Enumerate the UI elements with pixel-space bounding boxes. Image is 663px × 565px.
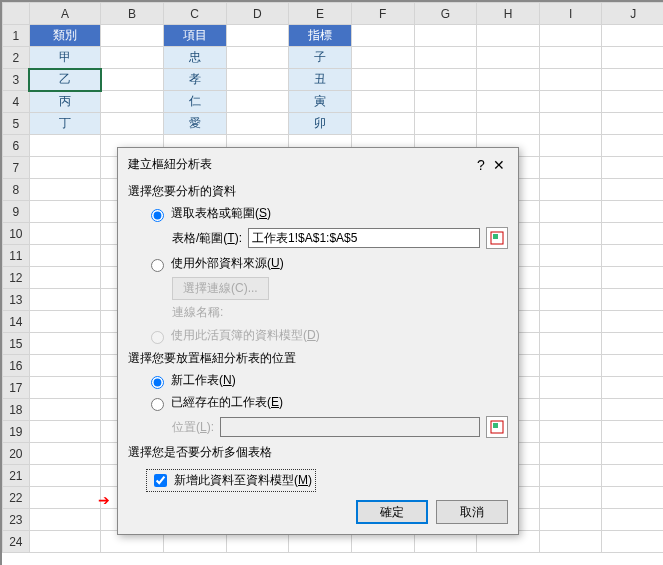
cell-J18[interactable] bbox=[602, 399, 663, 421]
cell-A7[interactable] bbox=[29, 157, 101, 179]
cell-I23[interactable] bbox=[539, 509, 602, 531]
cell-E2[interactable]: 子 bbox=[289, 47, 352, 69]
cell-F3[interactable] bbox=[351, 69, 414, 91]
cell-A18[interactable] bbox=[29, 399, 101, 421]
cell-J14[interactable] bbox=[602, 311, 663, 333]
cell-I20[interactable] bbox=[539, 443, 602, 465]
col-header-F[interactable]: F bbox=[351, 3, 414, 25]
cell-H2[interactable] bbox=[477, 47, 540, 69]
col-header-I[interactable]: I bbox=[539, 3, 602, 25]
cell-I13[interactable] bbox=[539, 289, 602, 311]
cell-I24[interactable] bbox=[539, 531, 602, 553]
cell-J23[interactable] bbox=[602, 509, 663, 531]
cell-B2[interactable] bbox=[101, 47, 164, 69]
cell-J21[interactable] bbox=[602, 465, 663, 487]
cell-J19[interactable] bbox=[602, 421, 663, 443]
row-header-13[interactable]: 13 bbox=[3, 289, 30, 311]
radio-existing-sheet[interactable] bbox=[151, 398, 164, 411]
cell-A17[interactable] bbox=[29, 377, 101, 399]
radio-select-range[interactable] bbox=[151, 209, 164, 222]
cell-A6[interactable] bbox=[29, 135, 101, 157]
cell-J13[interactable] bbox=[602, 289, 663, 311]
cell-G5[interactable] bbox=[414, 113, 477, 135]
cell-J20[interactable] bbox=[602, 443, 663, 465]
cell-A16[interactable] bbox=[29, 355, 101, 377]
cell-I11[interactable] bbox=[539, 245, 602, 267]
row-header-3[interactable]: 3 bbox=[3, 69, 30, 91]
col-header-J[interactable]: J bbox=[602, 3, 663, 25]
cell-A11[interactable] bbox=[29, 245, 101, 267]
cell-A14[interactable] bbox=[29, 311, 101, 333]
cell-A21[interactable] bbox=[29, 465, 101, 487]
cell-A15[interactable] bbox=[29, 333, 101, 355]
cell-C2[interactable]: 忠 bbox=[163, 47, 226, 69]
row-header-19[interactable]: 19 bbox=[3, 421, 30, 443]
row-header-11[interactable]: 11 bbox=[3, 245, 30, 267]
cell-F1[interactable] bbox=[351, 25, 414, 47]
row-header-21[interactable]: 21 bbox=[3, 465, 30, 487]
cell-J6[interactable] bbox=[602, 135, 663, 157]
cell-F4[interactable] bbox=[351, 91, 414, 113]
cell-A2[interactable]: 甲 bbox=[29, 47, 101, 69]
ok-button[interactable]: 確定 bbox=[356, 500, 428, 524]
row-header-20[interactable]: 20 bbox=[3, 443, 30, 465]
cell-G4[interactable] bbox=[414, 91, 477, 113]
cell-J7[interactable] bbox=[602, 157, 663, 179]
corner-cell[interactable] bbox=[3, 3, 30, 25]
cell-I19[interactable] bbox=[539, 421, 602, 443]
help-icon[interactable]: ? bbox=[472, 157, 490, 173]
range-input[interactable] bbox=[248, 228, 480, 248]
cell-J24[interactable] bbox=[602, 531, 663, 553]
cell-J17[interactable] bbox=[602, 377, 663, 399]
cell-J16[interactable] bbox=[602, 355, 663, 377]
cell-A23[interactable] bbox=[29, 509, 101, 531]
cell-J3[interactable] bbox=[602, 69, 663, 91]
cell-J9[interactable] bbox=[602, 201, 663, 223]
cell-D5[interactable] bbox=[226, 113, 289, 135]
cell-I10[interactable] bbox=[539, 223, 602, 245]
cell-I12[interactable] bbox=[539, 267, 602, 289]
row-header-6[interactable]: 6 bbox=[3, 135, 30, 157]
row-header-7[interactable]: 7 bbox=[3, 157, 30, 179]
cell-A10[interactable] bbox=[29, 223, 101, 245]
cell-F2[interactable] bbox=[351, 47, 414, 69]
row-header-14[interactable]: 14 bbox=[3, 311, 30, 333]
cell-I22[interactable] bbox=[539, 487, 602, 509]
cell-H3[interactable] bbox=[477, 69, 540, 91]
cell-H4[interactable] bbox=[477, 91, 540, 113]
cell-C5[interactable]: 愛 bbox=[163, 113, 226, 135]
cell-J1[interactable] bbox=[602, 25, 663, 47]
row-header-1[interactable]: 1 bbox=[3, 25, 30, 47]
cell-I16[interactable] bbox=[539, 355, 602, 377]
cell-A19[interactable] bbox=[29, 421, 101, 443]
cell-I21[interactable] bbox=[539, 465, 602, 487]
cancel-button[interactable]: 取消 bbox=[436, 500, 508, 524]
cell-I18[interactable] bbox=[539, 399, 602, 421]
cell-H1[interactable] bbox=[477, 25, 540, 47]
row-header-23[interactable]: 23 bbox=[3, 509, 30, 531]
cell-I5[interactable] bbox=[539, 113, 602, 135]
cell-J8[interactable] bbox=[602, 179, 663, 201]
row-header-22[interactable]: 22 bbox=[3, 487, 30, 509]
row-header-10[interactable]: 10 bbox=[3, 223, 30, 245]
cell-J5[interactable] bbox=[602, 113, 663, 135]
cell-I17[interactable] bbox=[539, 377, 602, 399]
cell-G3[interactable] bbox=[414, 69, 477, 91]
cell-H5[interactable] bbox=[477, 113, 540, 135]
cell-E3[interactable]: 丑 bbox=[289, 69, 352, 91]
cell-E5[interactable]: 卯 bbox=[289, 113, 352, 135]
cell-J10[interactable] bbox=[602, 223, 663, 245]
col-header-C[interactable]: C bbox=[163, 3, 226, 25]
cell-F5[interactable] bbox=[351, 113, 414, 135]
row-header-24[interactable]: 24 bbox=[3, 531, 30, 553]
col-header-D[interactable]: D bbox=[226, 3, 289, 25]
cell-C1[interactable]: 項目 bbox=[163, 25, 226, 47]
cell-D2[interactable] bbox=[226, 47, 289, 69]
cell-J2[interactable] bbox=[602, 47, 663, 69]
cell-I15[interactable] bbox=[539, 333, 602, 355]
cell-I6[interactable] bbox=[539, 135, 602, 157]
cell-A12[interactable] bbox=[29, 267, 101, 289]
close-icon[interactable]: ✕ bbox=[490, 157, 508, 173]
col-header-E[interactable]: E bbox=[289, 3, 352, 25]
cell-B1[interactable] bbox=[101, 25, 164, 47]
